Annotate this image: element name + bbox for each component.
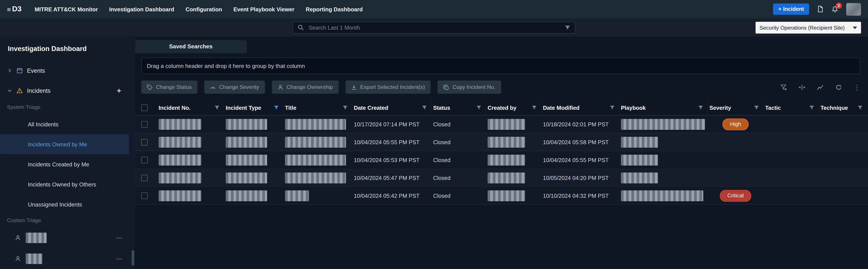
date-modified-cell: 10/05/2024 04:20 PM PST xyxy=(541,174,619,181)
row-checkbox[interactable] xyxy=(141,139,148,145)
user-avatar[interactable] xyxy=(846,3,861,15)
column-header-incident-type[interactable]: Incident Type xyxy=(224,100,283,115)
filter-icon[interactable] xyxy=(476,105,482,110)
filter-icon[interactable] xyxy=(858,105,863,110)
filter-icon[interactable] xyxy=(809,105,814,110)
sidebar-item-incidents-created-by-me[interactable]: Incidents Created by Me xyxy=(0,154,135,174)
notification-badge: 2 xyxy=(836,3,842,9)
filter-icon[interactable] xyxy=(754,105,759,110)
filter-icon[interactable] xyxy=(698,105,703,110)
column-header-tactic[interactable]: Tactic xyxy=(764,100,819,115)
status-cell: Closed xyxy=(431,192,486,199)
change-ownership-button[interactable]: Change Ownership xyxy=(272,80,338,94)
table-row[interactable]: 10/17/2024 07:14 PM PST Closed 10/18/202… xyxy=(135,115,868,133)
status-tag-icon xyxy=(147,84,153,90)
column-header-technique[interactable]: Technique xyxy=(819,100,867,115)
top-nav-bar: ≡ D3 MITRE ATT&CK Monitor Investigation … xyxy=(0,0,868,18)
column-header-created-by[interactable]: Created by xyxy=(486,100,541,115)
sidebar-item-unassigned-incidents[interactable]: Unassigned Incidents xyxy=(0,194,135,214)
more-options-icon[interactable]: ⋯ xyxy=(116,234,123,242)
column-header-playbook[interactable]: Playbook xyxy=(619,100,708,115)
table-header-row: Incident No. Incident Type Title Date Cr… xyxy=(135,100,868,115)
custom-triage-item[interactable]: ⋯ xyxy=(0,248,135,269)
clear-filters-icon[interactable] xyxy=(780,84,787,90)
search-input[interactable] xyxy=(308,24,561,31)
main-nav: MITRE ATT&CK Monitor Investigation Dashb… xyxy=(35,6,363,12)
severity-badge: Critical xyxy=(720,190,751,201)
export-selected-button[interactable]: Export Selected Incident(s) xyxy=(345,80,431,94)
date-created-cell: 10/04/2024 05:55 PM PST xyxy=(352,139,431,145)
date-modified-cell: 10/18/2024 02:01 PM PST xyxy=(541,121,619,127)
status-cell: Closed xyxy=(431,139,486,145)
filter-icon-active[interactable] xyxy=(274,105,279,110)
row-checkbox[interactable] xyxy=(141,121,148,127)
refresh-icon[interactable] xyxy=(835,84,842,90)
column-header-incident-no[interactable]: Incident No. xyxy=(157,100,224,115)
change-severity-button[interactable]: Change Severity xyxy=(204,80,265,94)
column-resize-icon[interactable] xyxy=(799,84,805,90)
row-checkbox[interactable] xyxy=(141,174,148,181)
chevron-down-icon xyxy=(7,88,12,93)
redacted-title xyxy=(285,172,346,183)
filter-icon[interactable] xyxy=(342,105,348,110)
column-header-title[interactable]: Title xyxy=(283,100,352,115)
global-filters-bar: Security Operations (Recipient Site) xyxy=(0,18,868,37)
nav-reporting-dashboard[interactable]: Reporting Dashboard xyxy=(306,6,363,12)
gauge-icon xyxy=(210,84,216,90)
group-by-dropzone[interactable]: Drag a column header and drop it here to… xyxy=(141,58,860,74)
content-area: Investigation Dashboard Events Incidents… xyxy=(0,37,868,269)
filter-icon[interactable] xyxy=(532,105,537,110)
site-selector-dropdown[interactable]: Security Operations (Recipient Site) xyxy=(755,22,861,34)
new-incident-button[interactable]: + Incident xyxy=(773,3,809,15)
search-icon xyxy=(298,24,304,31)
select-all-checkbox[interactable] xyxy=(141,104,148,111)
nav-event-playbook-viewer[interactable]: Event Playbook Viewer xyxy=(233,6,294,12)
redacted-created-by xyxy=(488,155,525,165)
custom-triage-item[interactable]: ⋯ xyxy=(0,227,135,248)
table-row[interactable]: 10/04/2024 05:47 PM PST Closed 10/05/202… xyxy=(135,169,868,187)
column-header-severity[interactable]: Severity xyxy=(708,100,764,115)
sidebar-item-incidents-owned-by-others[interactable]: Incidents Owned by Others xyxy=(0,174,135,194)
change-status-button[interactable]: Change Status xyxy=(141,80,197,94)
custom-triage-label: Custom Triage xyxy=(0,217,135,224)
status-cell: Closed xyxy=(431,121,486,127)
redacted-created-by xyxy=(488,172,525,183)
nav-investigation-dashboard[interactable]: Investigation Dashboard xyxy=(109,6,174,12)
column-header-date-created[interactable]: Date Created xyxy=(352,100,431,115)
nav-mitre-attack-monitor[interactable]: MITRE ATT&CK Monitor xyxy=(35,6,98,12)
redacted-incident-no xyxy=(159,190,201,201)
copy-incident-no-button[interactable]: Copy Incident No. xyxy=(438,80,501,94)
filter-icon[interactable] xyxy=(422,105,427,110)
column-header-date-modified[interactable]: Date Modified xyxy=(541,100,619,115)
table-row[interactable]: 10/04/2024 05:53 PM PST Closed 10/04/202… xyxy=(135,151,868,169)
table-row[interactable]: 10/04/2024 05:42 PM PST Closed 10/10/202… xyxy=(135,187,868,205)
filter-icon[interactable] xyxy=(610,105,615,110)
document-icon[interactable] xyxy=(817,6,824,13)
date-created-cell: 10/04/2024 05:53 PM PST xyxy=(352,157,431,163)
kebab-menu-icon[interactable]: ⋮ xyxy=(854,84,860,90)
table-row[interactable]: 10/04/2024 05:55 PM PST Closed 10/04/202… xyxy=(135,133,868,151)
d3-logo[interactable]: ≡ D3 xyxy=(7,5,22,13)
sidebar-group-events[interactable]: Events xyxy=(0,65,135,77)
sidebar-item-all-incidents[interactable]: All Incidents xyxy=(0,114,135,134)
redacted-incident-no xyxy=(159,119,201,130)
sidebar-group-incidents[interactable]: Incidents + xyxy=(0,85,135,97)
status-cell: Closed xyxy=(431,157,486,163)
tab-saved-searches[interactable]: Saved Searches xyxy=(135,40,246,53)
nav-configuration[interactable]: Configuration xyxy=(186,6,222,12)
top-nav-right: + Incident 2 xyxy=(773,3,861,15)
analytics-chart-icon[interactable] xyxy=(817,84,824,90)
more-options-icon[interactable]: ⋯ xyxy=(116,255,123,263)
search-filter-icon[interactable] xyxy=(565,25,570,30)
date-created-cell: 10/17/2024 07:14 PM PST xyxy=(352,121,431,127)
column-header-status[interactable]: Status xyxy=(431,100,486,115)
sidebar-scrollbar[interactable] xyxy=(132,250,134,266)
notifications-icon[interactable]: 2 xyxy=(831,6,838,13)
filter-icon[interactable] xyxy=(214,105,220,110)
sidebar-item-incidents-owned-by-me[interactable]: Incidents Owned by Me xyxy=(0,134,129,154)
add-incident-view-button[interactable]: + xyxy=(117,87,121,94)
row-checkbox[interactable] xyxy=(141,192,148,199)
row-checkbox[interactable] xyxy=(141,157,148,163)
redacted-incident-type xyxy=(226,137,267,147)
redacted-incident-no xyxy=(159,172,201,183)
